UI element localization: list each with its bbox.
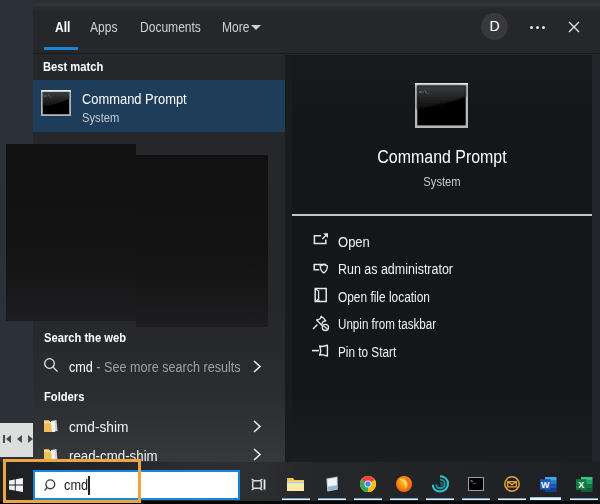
svg-text:X: X (578, 480, 584, 490)
svg-text:W: W (541, 480, 550, 490)
svg-text:C:\_: C:\_ (44, 94, 53, 98)
svg-text:C:\_: C:\_ (419, 90, 430, 94)
